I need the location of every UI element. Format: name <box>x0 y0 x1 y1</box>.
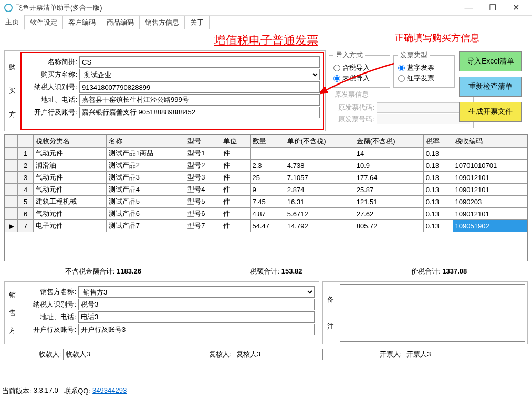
menu-home[interactable]: 主页 <box>0 15 25 30</box>
buyer-bank-label: 开户行及账号: <box>25 108 77 117</box>
col-qty[interactable]: 数量 <box>250 135 285 148</box>
orig-code-input <box>377 102 470 113</box>
app-logo-icon <box>4 4 13 12</box>
window-title: 飞鱼开票清单助手(多合一版) <box>16 3 457 13</box>
seller-bank-input[interactable] <box>78 324 315 335</box>
import-tax-incl-radio[interactable] <box>333 65 340 71</box>
buyer-pinyin-input[interactable] <box>79 56 320 68</box>
notes-panel: 备注 <box>322 281 528 344</box>
seller-bank-label: 开户行及账号: <box>24 325 76 334</box>
col-amount[interactable]: 金额(不含税) <box>354 135 423 148</box>
notes-textarea[interactable] <box>340 284 525 342</box>
import-mode-group: 导入方式 含税导入 未税导入 <box>329 50 390 88</box>
table-row[interactable]: 6气动元件测试产品6型号6件4.875.671227.620.131090121… <box>5 208 527 220</box>
blue-invoice-radio[interactable] <box>398 65 405 71</box>
menubar: 主页 软件设定 客户编码 商品编码 销售方信息 关于 <box>0 16 532 29</box>
seller-taxid-label: 纳税人识别号: <box>24 300 76 309</box>
payee-label: 收款人: <box>39 350 61 359</box>
table-row[interactable]: 1气动元件测试产品1商品型号1件140.13 <box>5 148 527 160</box>
buyer-pinyin-label: 名称简拼: <box>25 57 77 67</box>
original-invoice-group: 原发票信息 原发票代码: 原发票号码: <box>329 90 474 128</box>
col-taxcode[interactable]: 税收编码 <box>453 135 527 148</box>
buyer-hint: 正确填写购买方信息 <box>394 32 479 44</box>
buyer-name-label: 购买方名称: <box>25 70 77 79</box>
invoice-type-group: 发票类型 蓝字发票 红字发票 <box>393 50 455 88</box>
col-name[interactable]: 名称 <box>106 135 185 148</box>
orig-num-label: 原发票号码: <box>332 114 374 124</box>
orig-num-input <box>377 114 470 124</box>
menu-customer[interactable]: 客户编码 <box>63 16 101 29</box>
generate-button[interactable]: 生成开票文件 <box>459 102 522 122</box>
items-grid[interactable]: 税收分类名 名称 型号 单位 数量 单价(不含税) 金额(不含税) 税率 税收编… <box>4 134 528 261</box>
menu-seller[interactable]: 销售方信息 <box>140 16 185 29</box>
maximize-button[interactable]: ☐ <box>481 1 504 15</box>
table-row[interactable]: 3气动元件测试产品3型号3件257.1057177.640.1310901210… <box>5 172 527 184</box>
table-row[interactable]: 2润滑油测试产品2型号2件2.34.73810.90.1310701010701 <box>5 160 527 172</box>
buyer-section-label: 购买方 <box>5 51 19 131</box>
issuer-input[interactable] <box>404 349 493 360</box>
payee-input[interactable] <box>63 349 152 360</box>
import-excel-button[interactable]: 导入Excel清单 <box>459 51 522 71</box>
menu-product[interactable]: 商品编码 <box>101 16 140 29</box>
orig-code-label: 原发票代码: <box>332 103 374 112</box>
status-bar: 当前版本:3.3.17.0 联系QQ:349344293 <box>2 386 127 396</box>
titlebar: 飞鱼开票清单助手(多合一版) — ☐ ✕ <box>0 0 532 16</box>
col-price[interactable]: 单价(不含税) <box>285 135 354 148</box>
seller-addrtel-label: 地址、电话: <box>24 312 76 322</box>
buyer-addrtel-input[interactable] <box>79 94 320 106</box>
recheck-button[interactable]: 重新检查清单 <box>459 77 522 97</box>
notes-section-label: 备注 <box>323 282 338 344</box>
minimize-button[interactable]: — <box>457 1 481 15</box>
issuer-label: 开票人: <box>380 350 402 359</box>
totals-bar: 不含税金额合计: 1183.26 税额合计: 153.82 价税合计: 1337… <box>0 262 532 280</box>
tax-value: 153.82 <box>281 267 302 275</box>
buyer-panel: 购买方 名称简拼: 购买方名称: 测试企业 纳税人识别号: 地址、电话: 开户行… <box>4 50 326 131</box>
subtotal-value: 1183.26 <box>117 267 141 275</box>
buyer-taxid-input[interactable] <box>79 81 320 93</box>
reviewer-input[interactable] <box>234 349 323 360</box>
reviewer-label: 复核人: <box>209 350 232 359</box>
col-model[interactable]: 型号 <box>185 135 221 148</box>
qq-link[interactable]: 349344293 <box>92 386 127 396</box>
col-taxcat[interactable]: 税收分类名 <box>34 135 107 148</box>
buyer-bank-input[interactable] <box>79 107 320 118</box>
total-value: 1337.08 <box>442 267 467 275</box>
buyer-addrtel-label: 地址、电话: <box>25 95 77 104</box>
close-button[interactable]: ✕ <box>504 1 528 15</box>
col-rate[interactable]: 税率 <box>423 135 453 148</box>
import-tax-excl-radio[interactable] <box>333 75 340 82</box>
col-unit[interactable]: 单位 <box>221 135 250 148</box>
menu-about[interactable]: 关于 <box>185 16 210 29</box>
seller-name-label: 销售方名称: <box>24 287 76 297</box>
table-row[interactable]: 4气动元件测试产品4型号4件92.87425.870.13109012101 <box>5 184 527 196</box>
table-row[interactable]: 5建筑工程机械测试产品5型号5件7.4516.31121.510.1310902… <box>5 196 527 208</box>
menu-settings[interactable]: 软件设定 <box>25 16 63 29</box>
seller-name-select[interactable]: 销售方3 <box>78 286 315 298</box>
invoice-type-title: 增值税电子普通发票 <box>214 33 318 48</box>
red-invoice-radio[interactable] <box>398 75 405 82</box>
buyer-name-select[interactable]: 测试企业 <box>79 69 320 80</box>
seller-taxid-input[interactable] <box>78 299 315 310</box>
seller-panel: 销售方 销售方名称: 销售方3 纳税人识别号: 地址、电话: 开户行及账号: <box>4 281 319 344</box>
seller-section-label: 销售方 <box>5 282 19 344</box>
table-row[interactable]: ▶7电子元件测试产品7型号7件54.4714.792805.720.131090… <box>5 220 527 232</box>
buyer-taxid-label: 纳税人识别号: <box>25 82 77 92</box>
seller-addrtel-input[interactable] <box>78 311 315 323</box>
version-text: 3.3.17.0 <box>34 386 58 396</box>
